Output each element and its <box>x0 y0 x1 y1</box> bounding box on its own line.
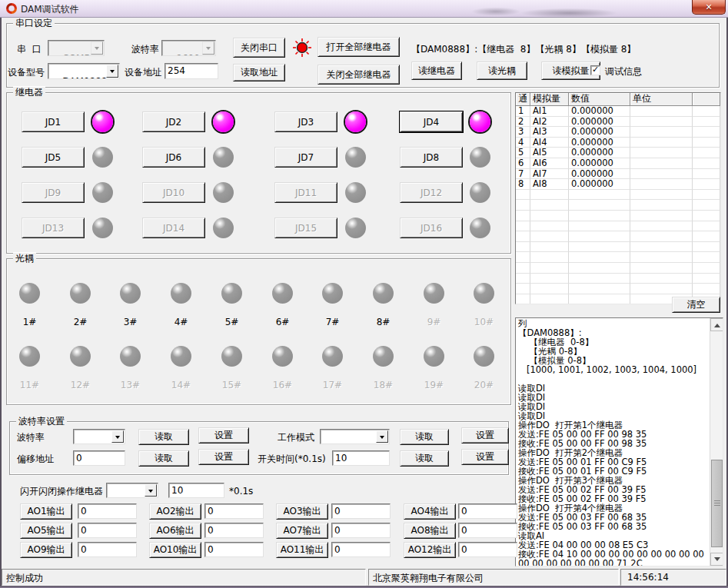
close-icon: ✕ <box>705 3 712 12</box>
relay-button-jd5[interactable]: JD5 <box>22 147 85 168</box>
flash-relay-label: 闪开闪闭操作继电器 <box>20 486 103 497</box>
baud-set-button[interactable]: 设置 <box>198 427 249 443</box>
opto-label-19: 19# <box>416 380 452 390</box>
opto-led-18 <box>373 346 394 367</box>
port-select[interactable]: COM5 <box>48 40 105 56</box>
close-button[interactable]: ✕ <box>692 0 726 15</box>
empty-cell <box>630 190 693 201</box>
analog-header-cell[interactable]: 模拟量 <box>530 93 569 106</box>
analog-cell <box>630 179 693 190</box>
relay-button-jd6[interactable]: JD6 <box>142 147 205 168</box>
relay-button-jd10[interactable]: JD10 <box>142 182 205 203</box>
flash-mode-select[interactable]: 手动模式 <box>106 483 158 498</box>
switchtime-set-button[interactable]: 设置 <box>461 449 509 465</box>
debug-log-panel[interactable]: 列【DAM0888】: 【继电器 0-8】 【光耦 0-8】 【模拟量 0-8】… <box>515 317 723 566</box>
opto-label-3: 3# <box>112 317 148 327</box>
relay-button-jd16[interactable]: JD16 <box>400 218 463 238</box>
workmode-set-button[interactable]: 设置 <box>461 427 509 443</box>
ao-output-button-11[interactable]: AO11输出 <box>276 542 328 558</box>
relay-button-jd11[interactable]: JD11 <box>274 182 337 203</box>
relay-button-jd4[interactable]: JD4 <box>400 111 463 132</box>
read-opto-button[interactable]: 读光耦 <box>477 61 527 80</box>
relay-button-jd14[interactable]: JD14 <box>142 218 205 238</box>
ao-output-button-10[interactable]: AO10输出 <box>149 542 201 558</box>
opto-led-17 <box>322 346 343 367</box>
open-all-relays-button[interactable]: 打开全部继电器 <box>317 37 400 57</box>
ao-output-input-11[interactable]: 0 <box>331 542 391 557</box>
ao-output-button-4[interactable]: AO4输出 <box>404 503 456 520</box>
ao-output-button-12[interactable]: AO12输出 <box>404 542 456 558</box>
ao-output-input-7[interactable]: 0 <box>331 523 391 538</box>
ao-output-button-3[interactable]: AO3输出 <box>276 503 328 520</box>
offset-read-button[interactable]: 读取 <box>138 450 189 467</box>
opto-label-13: 13# <box>112 380 148 390</box>
log-scrollbar[interactable] <box>710 318 723 566</box>
ao-output-button-2[interactable]: AO2输出 <box>149 503 201 520</box>
workmode-read-button[interactable]: 读取 <box>400 429 449 445</box>
relay-button-jd12[interactable]: JD12 <box>400 182 463 203</box>
model-select[interactable]: DAM0888 <box>48 63 120 79</box>
relay-button-jd1[interactable]: JD1 <box>22 111 85 132</box>
window-border-left <box>0 18 2 588</box>
relay-button-jd13[interactable]: JD13 <box>22 218 85 238</box>
scroll-up-button[interactable] <box>710 318 723 331</box>
analog-cell <box>630 148 693 158</box>
ao-output-button-9[interactable]: AO9输出 <box>20 542 72 558</box>
baud-select[interactable]: 9600 <box>161 40 216 56</box>
ao-output-button-8[interactable]: AO8输出 <box>404 523 456 539</box>
offset-set-button[interactable]: 设置 <box>198 449 249 465</box>
analog-cell: AI7 <box>530 169 569 180</box>
analog-table-header: 通模拟量数值单位 <box>516 93 720 106</box>
analog-header-cell[interactable]: 通 <box>516 93 530 106</box>
ao-output-input-12[interactable]: 0 <box>458 542 517 557</box>
analog-header-cell[interactable]: 数值 <box>569 93 630 106</box>
read-relay-button[interactable]: 读继电器 <box>411 61 462 80</box>
empty-cell <box>630 242 693 253</box>
switchtime-read-button[interactable]: 读取 <box>400 450 449 467</box>
relay-button-jd3[interactable]: JD3 <box>274 111 337 132</box>
titlebar[interactable]: DAM调试软件 <box>0 0 728 18</box>
table-row: 7AI70.000000 <box>516 169 720 180</box>
debug-info-checkbox[interactable]: ✓ <box>590 65 600 75</box>
ao-output-input-3[interactable]: 0 <box>331 503 391 519</box>
analog-header-cell[interactable] <box>693 93 720 106</box>
relay-button-jd2[interactable]: JD2 <box>142 111 205 132</box>
offset-input[interactable]: 0 <box>73 450 125 466</box>
relay-button-jd15[interactable]: JD15 <box>274 218 337 238</box>
ao-output-input-1[interactable]: 0 <box>78 503 137 519</box>
workmode-select[interactable]: 正常模式 <box>320 429 390 444</box>
close-port-button[interactable]: 关闭串口 <box>233 38 285 58</box>
flash-time-input[interactable]: 10 <box>168 483 224 498</box>
relay-led-12 <box>470 182 490 203</box>
analog-cell: AI5 <box>530 148 569 158</box>
empty-cell <box>530 221 569 232</box>
log-line: 读取DI <box>518 393 709 402</box>
ao-output-input-5[interactable]: 0 <box>78 523 137 538</box>
relay-button-jd9[interactable]: JD9 <box>22 182 85 203</box>
baud-mode-select[interactable]: 默认 <box>73 429 125 444</box>
ao-output-input-6[interactable]: 0 <box>204 523 264 538</box>
ao-output-button-5[interactable]: AO5输出 <box>20 523 72 539</box>
baud-read-button[interactable]: 读取 <box>138 429 189 445</box>
ao-output-input-9[interactable]: 0 <box>78 542 137 557</box>
ao-output-input-2[interactable]: 0 <box>204 503 264 519</box>
scroll-down-button[interactable] <box>710 553 723 566</box>
serial-group-title: 串口设定 <box>13 18 55 28</box>
close-all-relays-button[interactable]: 关闭全部继电器 <box>317 65 400 85</box>
scrollbar-thumb[interactable] <box>711 460 723 547</box>
relay-button-jd8[interactable]: JD8 <box>400 147 463 168</box>
device-addr-input[interactable]: 254 <box>165 63 218 79</box>
ao-output-button-6[interactable]: AO6输出 <box>149 523 201 539</box>
relay-button-jd7[interactable]: JD7 <box>274 147 337 168</box>
opto-led-19 <box>424 346 444 367</box>
ao-output-button-1[interactable]: AO1输出 <box>20 503 72 520</box>
opto-led-5 <box>221 283 242 304</box>
ao-output-button-7[interactable]: AO7输出 <box>276 523 328 539</box>
ao-output-input-10[interactable]: 0 <box>204 542 264 557</box>
ao-output-input-4[interactable]: 0 <box>458 503 517 519</box>
ao-output-input-8[interactable]: 0 <box>458 523 517 538</box>
analog-header-cell[interactable]: 单位 <box>630 93 693 106</box>
switchtime-input[interactable]: 10 <box>332 450 390 466</box>
read-addr-button[interactable]: 读取地址 <box>233 64 285 81</box>
clear-button[interactable]: 清空 <box>672 297 720 313</box>
